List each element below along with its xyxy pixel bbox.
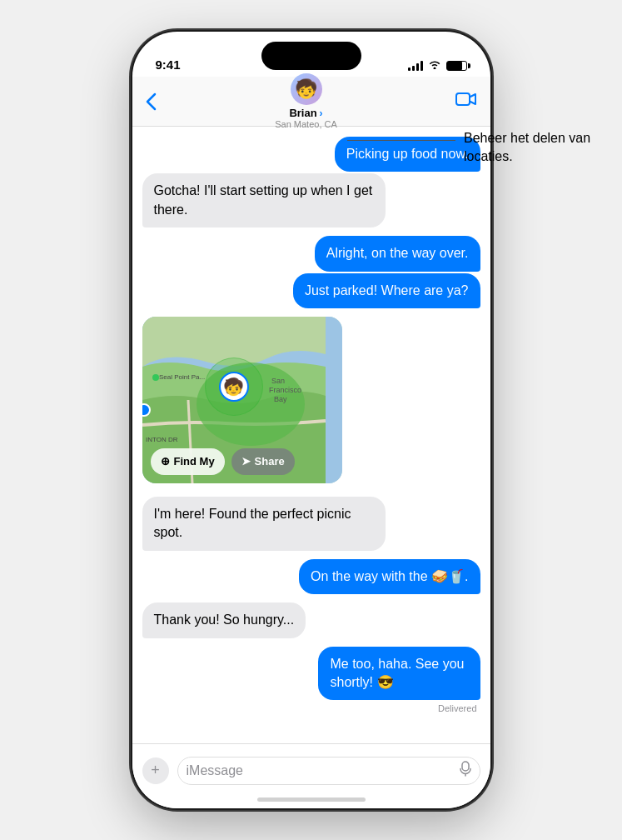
video-call-button[interactable] xyxy=(455,92,477,111)
last-message-group: Me too, haha. See you shortly! 😎 Deliver… xyxy=(142,647,480,714)
map-preview[interactable]: San Francisco Bay Seal Point Pa... INTON… xyxy=(142,317,342,483)
svg-rect-9 xyxy=(462,762,469,771)
messages-area: Picking up food now. Gotcha! I'll start … xyxy=(132,127,490,743)
contact-name: Brian xyxy=(289,107,316,119)
message-row: Picking up food now. xyxy=(142,137,480,172)
find-my-icon: ⊕ xyxy=(161,455,170,468)
input-placeholder: iMessage xyxy=(187,763,243,778)
message-text: On the way with the 🥪🥤. xyxy=(311,569,468,583)
message-text: Alright, on the way over. xyxy=(326,246,469,260)
message-row: Gotcha! I'll start setting up when I get… xyxy=(142,173,480,228)
wifi-icon xyxy=(428,59,441,72)
message-text: Just parked! Where are ya? xyxy=(305,283,469,298)
contact-header[interactable]: 🧒 Brian › San Mateo, CA xyxy=(275,73,337,129)
message-row: Alright, on the way over. xyxy=(142,236,480,271)
delivered-status: Delivered xyxy=(438,703,476,713)
status-icons xyxy=(408,59,467,72)
message-text: Thank you! So hungry... xyxy=(154,612,295,627)
plus-icon: + xyxy=(151,762,160,779)
contact-name-row: Brian › xyxy=(289,107,322,119)
message-row: I'm here! Found the perfect picnic spot. xyxy=(142,497,480,551)
annotation-line xyxy=(347,140,455,141)
dynamic-island xyxy=(261,42,361,70)
message-row: Me too, haha. See you shortly! 😎 xyxy=(256,647,480,701)
message-bubble[interactable]: Me too, haha. See you shortly! 😎 xyxy=(318,647,480,701)
svg-rect-0 xyxy=(456,93,470,105)
contact-chevron-icon: › xyxy=(320,108,323,119)
find-my-button[interactable]: ⊕ Find My xyxy=(151,448,225,475)
avatar-memoji: 🧒 xyxy=(291,73,322,105)
message-bubble[interactable]: Thank you! So hungry... xyxy=(142,602,306,638)
annotation-label: Beheer het delen van locaties. xyxy=(464,131,590,163)
message-bubble[interactable]: I'm here! Found the perfect picnic spot. xyxy=(142,497,386,551)
signal-bars-icon xyxy=(408,61,423,71)
nav-bar: 🧒 Brian › San Mateo, CA xyxy=(132,77,490,127)
find-my-label: Find My xyxy=(174,455,215,468)
phone-frame: 9:41 🧒 Brian xyxy=(132,32,490,808)
back-button[interactable] xyxy=(146,92,157,111)
status-time: 9:41 xyxy=(156,58,181,72)
message-row: Thank you! So hungry... xyxy=(142,602,480,638)
message-bubble[interactable]: Picking up food now. xyxy=(335,137,480,172)
microphone-icon[interactable] xyxy=(460,761,471,780)
home-indicator xyxy=(257,798,366,802)
message-text: I'm here! Found the perfect picnic spot. xyxy=(154,507,351,539)
map-message-row: San Francisco Bay Seal Point Pa... INTON… xyxy=(142,317,480,488)
message-text: Picking up food now. xyxy=(346,147,469,161)
contact-location: San Mateo, CA xyxy=(275,119,337,129)
share-label: Share xyxy=(255,455,285,468)
share-icon: ➤ xyxy=(241,455,251,468)
message-bubble[interactable]: Just parked! Where are ya? xyxy=(293,273,480,308)
battery-icon xyxy=(446,61,467,71)
message-bubble[interactable]: Gotcha! I'll start setting up when I get… xyxy=(142,173,386,228)
add-attachment-button[interactable]: + xyxy=(142,758,169,784)
message-row: On the way with the 🥪🥤. xyxy=(142,559,480,594)
message-bubble[interactable]: Alright, on the way over. xyxy=(315,236,480,271)
message-text: Me too, haha. See you shortly! 😎 xyxy=(330,657,464,689)
avatar: 🧒 xyxy=(291,73,322,105)
message-text: Gotcha! I'll start setting up when I get… xyxy=(154,183,373,216)
message-input-field[interactable]: iMessage xyxy=(177,757,480,785)
map-buttons: ⊕ Find My ➤ Share xyxy=(151,448,295,475)
message-row: Just parked! Where are ya? xyxy=(142,273,480,308)
annotation-text: Beheer het delen van locaties. xyxy=(464,129,614,167)
message-bubble[interactable]: On the way with the 🥪🥤. xyxy=(299,559,480,594)
share-location-button[interactable]: ➤ Share xyxy=(231,448,295,475)
